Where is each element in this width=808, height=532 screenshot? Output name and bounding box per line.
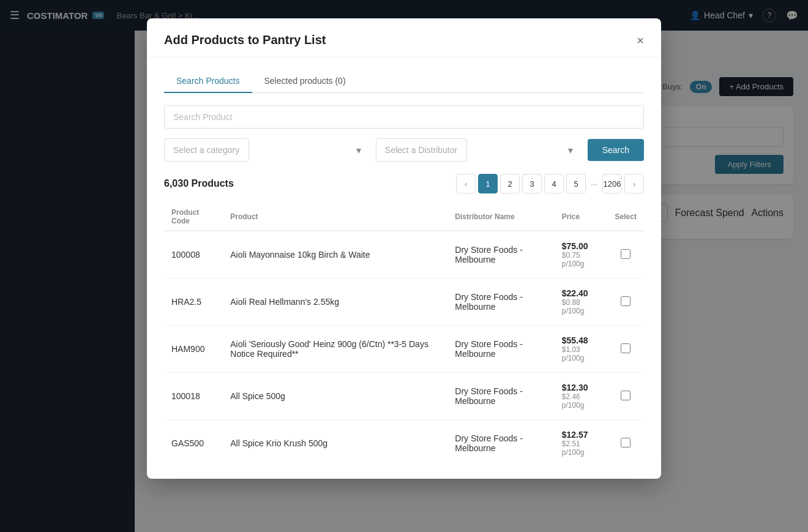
th-select: Select	[608, 203, 644, 231]
search-product-input[interactable]	[164, 105, 644, 129]
add-products-modal: Add Products to Pantry List × Search Pro…	[147, 18, 661, 479]
select-cell[interactable]	[608, 231, 644, 279]
product-name-cell: All Spice Krio Krush 500g	[223, 420, 447, 467]
modal-header: Add Products to Pantry List ×	[147, 18, 661, 58]
distributor-select-wrapper: Select a Distributor	[376, 138, 580, 162]
tab-search-products[interactable]: Search Products	[164, 70, 252, 93]
price-cell: $75.00 $0.75 p/100g	[555, 231, 608, 279]
product-name-cell: Aioli 'Seriously Good' Heinz 900g (6/Ctn…	[223, 326, 447, 373]
category-select-wrapper: Select a category	[164, 138, 368, 162]
products-count-row: 6,030 Products ‹ 1 2 3 4 5 ··· 1206 ›	[164, 174, 644, 193]
table-row: HAM900 Aioli 'Seriously Good' Heinz 900g…	[164, 326, 644, 373]
distributor-name-cell: Dry Store Foods - Melbourne	[447, 231, 554, 279]
pagination-page-2[interactable]: 2	[500, 174, 520, 193]
th-distributor: Distributor Name	[447, 203, 554, 231]
product-code-cell: 100008	[164, 231, 223, 279]
modal-filter-row: Select a category Select a Distributor S…	[164, 138, 644, 162]
product-name-cell: Aioli Mayonnaise 10kg Birch & Waite	[223, 231, 447, 279]
tab-selected-products[interactable]: Selected products (0)	[252, 70, 358, 93]
pagination-page-1[interactable]: 1	[478, 174, 498, 193]
pagination-next[interactable]: ›	[624, 174, 644, 193]
select-cell[interactable]	[608, 420, 644, 467]
price-cell: $55.48 $1.03 p/100g	[555, 326, 608, 373]
pagination-dots: ···	[588, 179, 600, 189]
modal-overlay: Add Products to Pantry List × Search Pro…	[0, 0, 808, 532]
distributor-name-cell: Dry Store Foods - Melbourne	[447, 326, 554, 373]
modal-distributor-select[interactable]: Select a Distributor	[376, 138, 467, 162]
distributor-name-cell: Dry Store Foods - Melbourne	[447, 279, 554, 326]
table-row: 100008 Aioli Mayonnaise 10kg Birch & Wai…	[164, 231, 644, 279]
product-select-checkbox[interactable]	[621, 438, 630, 448]
table-row: GAS500 All Spice Krio Krush 500g Dry Sto…	[164, 420, 644, 467]
select-cell[interactable]	[608, 373, 644, 420]
product-select-checkbox[interactable]	[621, 296, 630, 306]
modal-close-button[interactable]: ×	[637, 34, 644, 47]
product-name-cell: Aioli Real Hellmann's 2.55kg	[223, 279, 447, 326]
th-price: Price	[555, 203, 608, 231]
pagination-prev[interactable]: ‹	[456, 174, 476, 193]
price-cell: $12.57 $2.51 p/100g	[555, 420, 608, 467]
pagination-page-3[interactable]: 3	[522, 174, 542, 193]
modal-category-select[interactable]: Select a category	[164, 138, 249, 162]
price-cell: $12.30 $2.46 p/100g	[555, 373, 608, 420]
pagination-last-page[interactable]: 1206	[602, 174, 622, 193]
distributor-name-cell: Dry Store Foods - Melbourne	[447, 373, 554, 420]
modal-search-button[interactable]: Search	[588, 139, 644, 161]
distributor-name-cell: Dry Store Foods - Melbourne	[447, 420, 554, 467]
product-code-cell: HRA2.5	[164, 279, 223, 326]
price-cell: $22.40 $0.88 p/100g	[555, 279, 608, 326]
modal-tabs: Search Products Selected products (0)	[164, 70, 644, 93]
pagination-page-5[interactable]: 5	[566, 174, 586, 193]
table-row: HRA2.5 Aioli Real Hellmann's 2.55kg Dry …	[164, 279, 644, 326]
product-select-checkbox[interactable]	[621, 343, 630, 353]
product-code-cell: GAS500	[164, 420, 223, 467]
select-cell[interactable]	[608, 279, 644, 326]
modal-body: Search Products Selected products (0) Se…	[147, 58, 661, 479]
th-product: Product	[223, 203, 447, 231]
product-select-checkbox[interactable]	[621, 249, 630, 259]
pagination: ‹ 1 2 3 4 5 ··· 1206 ›	[456, 174, 644, 193]
pagination-page-4[interactable]: 4	[544, 174, 564, 193]
table-header-row: Product Code Product Distributor Name Pr…	[164, 203, 644, 231]
select-cell[interactable]	[608, 326, 644, 373]
product-name-cell: All Spice 500g	[223, 373, 447, 420]
product-code-cell: 100018	[164, 373, 223, 420]
product-code-cell: HAM900	[164, 326, 223, 373]
product-select-checkbox[interactable]	[621, 391, 630, 400]
modal-title: Add Products to Pantry List	[164, 33, 326, 47]
th-product-code: Product Code	[164, 203, 223, 231]
product-table: Product Code Product Distributor Name Pr…	[164, 203, 644, 466]
products-count: 6,030 Products	[164, 178, 234, 189]
table-row: 100018 All Spice 500g Dry Store Foods - …	[164, 373, 644, 420]
